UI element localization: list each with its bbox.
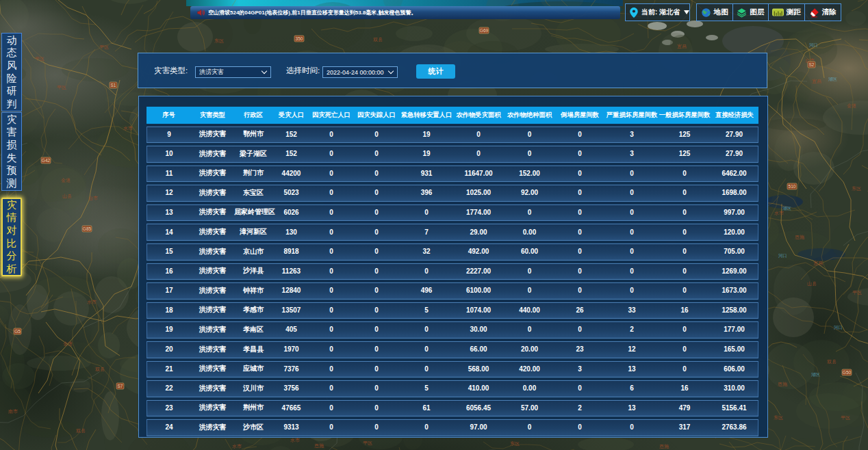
svg-text:宜昌: 宜昌 [812,79,821,84]
svg-text:河口: 河口 [778,253,787,259]
svg-text:水市: 水市 [774,210,784,215]
svg-text:南市: 南市 [8,408,18,414]
svg-text:S2: S2 [809,62,815,67]
svg-text:G5: G5 [14,329,21,334]
svg-text:双县: 双县 [76,428,86,434]
svg-text:金道: 金道 [847,103,856,108]
svg-text:平区: 平区 [841,415,850,420]
svg-text:恩施: 恩施 [314,443,324,448]
svg-text:金道: 金道 [63,341,73,346]
svg-text:水市: 水市 [123,125,133,131]
svg-text:水市: 水市 [290,437,300,442]
svg-text:东区: 东区 [774,415,783,420]
svg-text:山县: 山县 [807,281,817,286]
svg-text:水市: 水市 [232,443,242,449]
svg-text:平区: 平区 [852,290,862,295]
svg-text:平区: 平区 [363,440,372,445]
svg-text:东区: 东区 [510,441,520,446]
svg-text:S1: S1 [111,83,116,88]
svg-text:河口: 河口 [809,42,818,48]
svg-text:恩施: 恩施 [659,444,669,449]
svg-text:湖区: 湖区 [811,372,821,377]
svg-text:宜昌: 宜昌 [677,44,687,49]
svg-text:恩施: 恩施 [795,235,805,239]
svg-text:台市: 台市 [88,195,98,201]
svg-text:双县: 双县 [827,359,837,365]
svg-text:双县: 双县 [373,37,383,42]
svg-text:350: 350 [296,36,303,41]
svg-text:510: 510 [789,184,796,189]
svg-text:G85: G85 [83,226,92,231]
svg-text:水市: 水市 [87,299,97,304]
svg-text:湖区: 湖区 [782,206,792,211]
svg-text:S7: S7 [118,384,123,388]
svg-text:G50: G50 [843,370,852,375]
svg-text:金道: 金道 [61,178,71,183]
svg-text:双县: 双县 [95,367,105,372]
svg-text:G69: G69 [480,28,489,33]
svg-text:平区: 平区 [99,44,109,49]
svg-text:宜昌: 宜昌 [813,261,823,266]
svg-text:山县: 山县 [62,194,72,198]
svg-text:湖区: 湖区 [828,77,838,81]
svg-text:恩施: 恩施 [778,382,788,386]
svg-text:东区: 东区 [852,186,861,191]
svg-text:G42: G42 [42,158,51,163]
svg-text:平区: 平区 [57,85,66,90]
svg-text:河口: 河口 [834,325,843,330]
svg-text:东区: 东区 [214,38,224,43]
